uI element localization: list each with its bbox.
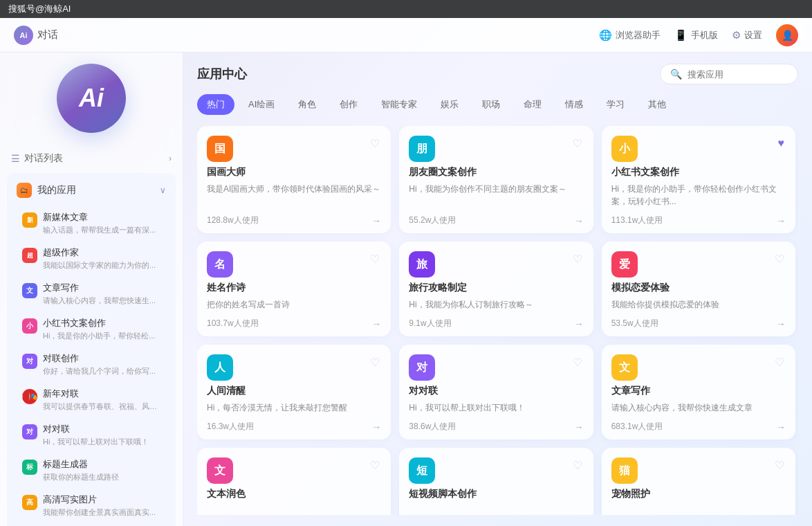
app-footer-text-color: → <box>207 511 381 515</box>
nav-browser-helper[interactable]: 🌐 浏览器助手 <box>599 29 661 42</box>
search-input[interactable] <box>688 69 788 80</box>
app-arrow-name-poem[interactable]: → <box>371 318 381 329</box>
app-arrow-qingxing[interactable]: → <box>371 421 381 433</box>
like-btn-friends-post[interactable]: ♡ <box>571 136 584 152</box>
title-headline: 标题生成器 <box>43 458 160 471</box>
app-title-text-color: 文本润色 <box>207 488 381 500</box>
app-card-friends-post[interactable]: 朋 ♡ 朋友圈文案创作 Hi，我能为你创作不同主题的朋友圈文案～ 55.2w人使… <box>399 126 593 233</box>
app-arrow-short-video[interactable]: → <box>574 511 584 515</box>
my-apps-section: 🗂 我的应用 ∨ 新 新媒体文章 输入话题，帮帮我生成一篇有深... 超 <box>7 173 176 526</box>
header-logo: Ai 对话 <box>14 26 58 45</box>
title-xiaohongshu: 小红书文案创作 <box>43 317 160 329</box>
badge-headline: 标 <box>22 460 37 475</box>
search-icon: 🔍 <box>670 69 682 80</box>
title-couplet-create: 对联创作 <box>43 352 160 365</box>
my-apps-left: 🗂 我的应用 <box>17 183 76 198</box>
app-icon-couplet2: 对 <box>409 354 435 381</box>
content-headline: 标题生成器 获取你的标题生成路径 <box>43 458 160 482</box>
app-desc-name-poem: 把你的姓名写成一首诗 <box>207 298 381 311</box>
app-arrow-xiaohongshu-copy[interactable]: → <box>776 215 786 226</box>
desc-essay: 请输入核心内容，我帮您快速生... <box>43 296 160 306</box>
app-footer-love-sim: 53.5w人使用 → <box>611 318 786 329</box>
app-icon-pet: 猫 <box>611 457 638 484</box>
like-btn-name-poem[interactable]: ♡ <box>369 251 381 267</box>
app-arrow-friends-post[interactable]: → <box>574 215 584 226</box>
like-btn-qingxing[interactable]: ♡ <box>369 354 381 370</box>
search-box[interactable]: 🔍 <box>660 64 798 84</box>
like-btn-article-write[interactable]: ♡ <box>773 354 786 370</box>
tab-emotion[interactable]: 情感 <box>555 94 593 115</box>
app-card-pet[interactable]: 猫 ♡ 宠物照护 → <box>602 448 795 515</box>
sidebar-item-new-year[interactable]: 🎭 新年对联 我可以提供春节春联、祝福、风险满... <box>12 383 170 417</box>
app-card-love-sim[interactable]: 爱 ♡ 模拟恋爱体验 我能给你提供模拟恋爱的体验 53.5w人使用 → <box>602 242 795 336</box>
app-arrow-pet[interactable]: → <box>776 511 786 515</box>
tab-hot[interactable]: 热门 <box>197 94 234 115</box>
app-card-couplet2[interactable]: 对 ♡ 对对联 Hi，我可以帮上联对出下联哦！ 38.6w人使用 → <box>399 345 593 439</box>
app-card-travel-plan[interactable]: 旅 ♡ 旅行攻略制定 Hi，我能为你私人订制旅行攻略～ 9.1w人使用 → <box>399 242 593 336</box>
desc-new-media: 输入话题，帮帮我生成一篇有深... <box>43 225 160 235</box>
app-icon-guohua: 国 <box>207 136 233 162</box>
like-btn-love-sim[interactable]: ♡ <box>773 251 786 267</box>
content-super-writer: 超级作家 我能以国际文学家的能力为你的... <box>43 246 160 271</box>
app-card-text-color[interactable]: 文 ♡ 文本润色 → <box>197 448 391 515</box>
like-btn-guohua[interactable]: ♡ <box>369 136 381 152</box>
tab-workplace[interactable]: 职场 <box>472 94 510 115</box>
like-btn-pet[interactable]: ♡ <box>773 457 786 473</box>
tab-others[interactable]: 其他 <box>638 94 676 115</box>
sidebar-item-new-media[interactable]: 新 新媒体文章 输入话题，帮帮我生成一篇有深... <box>12 206 170 240</box>
like-btn-short-video[interactable]: ♡ <box>571 457 584 473</box>
app-card-header-travel-plan: 旅 ♡ <box>409 251 583 278</box>
like-btn-couplet2[interactable]: ♡ <box>571 354 584 370</box>
tab-divination[interactable]: 命理 <box>514 94 551 115</box>
big-logo: Ai <box>57 64 126 133</box>
sidebar-dialog-list[interactable]: ☰ 对话列表 › <box>0 147 183 170</box>
content-header: 应用中心 🔍 <box>197 64 798 84</box>
sidebar-item-super-writer[interactable]: 超 超级作家 我能以国际文学家的能力为你的... <box>12 242 170 275</box>
like-btn-text-color[interactable]: ♡ <box>369 457 381 473</box>
tab-character[interactable]: 角色 <box>288 94 326 115</box>
app-arrow-guohua[interactable]: → <box>371 215 381 226</box>
app-card-short-video[interactable]: 短 ♡ 短视频脚本创作 → <box>399 448 593 515</box>
like-btn-travel-plan[interactable]: ♡ <box>571 251 584 267</box>
badge-xiaohongshu: 小 <box>22 318 37 334</box>
app-arrow-couplet2[interactable]: → <box>574 421 584 433</box>
app-footer-short-video: → <box>409 511 583 515</box>
app-card-xiaohongshu-copy[interactable]: 小 ♥ 小红书文案创作 Hi，我是你的小助手，带你轻松创作小红书文案，玩转小红书… <box>602 126 795 233</box>
sidebar-item-hd-photo[interactable]: 高 高清写实图片 我能帮你创建全景真实画面真实... <box>12 489 170 523</box>
tab-learning[interactable]: 学习 <box>597 94 634 115</box>
my-apps-header[interactable]: 🗂 我的应用 ∨ <box>7 179 176 205</box>
user-avatar[interactable]: 👤 <box>776 24 798 46</box>
sidebar-item-xiaohongshu[interactable]: 小 小红书文案创作 Hi，我是你的小助手，帮你轻松... <box>12 312 170 346</box>
content-couplet: 对对联 Hi，我可以帮上联对出下联哦！ <box>43 423 160 447</box>
app-card-guohua[interactable]: 国 ♡ 国画大师 我是AI国画大师，带你领时代体验国画的风采～ 128.8w人使… <box>197 126 391 233</box>
app-users-article-write: 683.1w人使用 <box>611 421 663 433</box>
content-new-media: 新媒体文章 输入话题，帮帮我生成一篇有深... <box>43 211 160 235</box>
sidebar-item-headline[interactable]: 标 标题生成器 获取你的标题生成路径 <box>12 453 170 487</box>
app-arrow-love-sim[interactable]: → <box>776 318 786 329</box>
app-arrow-travel-plan[interactable]: → <box>574 318 584 329</box>
app-card-header-pet: 猫 ♡ <box>611 457 786 484</box>
sidebar-item-essay[interactable]: 文 文章写作 请输入核心内容，我帮您快速生... <box>12 277 170 311</box>
like-btn-xiaohongshu-copy[interactable]: ♥ <box>777 136 786 151</box>
sidebar-item-couplet[interactable]: 对 对对联 Hi，我可以帮上联对出下联哦！ <box>12 418 170 452</box>
app-card-name-poem[interactable]: 名 ♡ 姓名作诗 把你的姓名写成一首诗 103.7w人使用 → <box>197 242 391 336</box>
nav-mobile[interactable]: 📱 手机版 <box>674 29 718 42</box>
tab-expert[interactable]: 智能专家 <box>371 94 427 115</box>
app-users-xiaohongshu-copy: 113.1w人使用 <box>611 215 663 226</box>
app-container: Ai 对话 🌐 浏览器助手 📱 手机版 ⚙ 设置 👤 <box>0 18 812 526</box>
desc-xiaohongshu: Hi，我是你的小助手，帮你轻松... <box>43 331 160 341</box>
logo-icon-text: Ai <box>20 31 28 39</box>
big-logo-text: Ai <box>79 84 104 113</box>
app-footer-name-poem: 103.7w人使用 → <box>207 318 381 329</box>
app-arrow-text-color[interactable]: → <box>371 511 381 515</box>
app-card-header-guohua: 国 ♡ <box>207 136 381 162</box>
tab-create[interactable]: 创作 <box>330 94 367 115</box>
tab-ai-draw[interactable]: AI绘画 <box>239 94 284 115</box>
app-card-qingxing[interactable]: 人 ♡ 人间清醒 Hi，每否冷漠无情，让我来敲打您警醒 16.3w人使用 → <box>197 345 391 439</box>
nav-settings[interactable]: ⚙ 设置 <box>732 29 762 42</box>
tab-entertainment[interactable]: 娱乐 <box>431 94 468 115</box>
sidebar-item-couplet-create[interactable]: 对 对联创作 你好，请给我几个字词，给你写... <box>12 347 170 381</box>
app-title-xiaohongshu-copy: 小红书文案创作 <box>611 166 786 179</box>
app-arrow-article-write[interactable]: → <box>776 421 786 433</box>
app-card-article-write[interactable]: 文 ♡ 文章写作 请输入核心内容，我帮你快速生成文章 683.1w人使用 → <box>602 345 795 439</box>
